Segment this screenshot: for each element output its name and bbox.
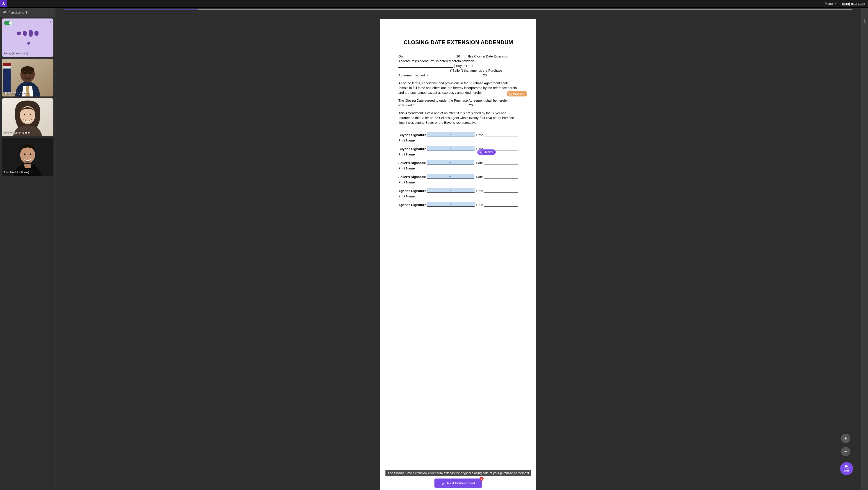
document-body: On ____________________________, 20____ … [398, 54, 518, 125]
phone-link[interactable]: (844) 913-1386 [842, 2, 865, 6]
svg-point-16 [24, 114, 26, 115]
svg-rect-7 [3, 63, 11, 66]
svg-point-22 [509, 93, 510, 94]
print-label: Print Name [398, 181, 415, 184]
participant-signer-2[interactable]: John Hetrick (Signer) [2, 138, 53, 176]
progress-track [64, 9, 852, 10]
svg-point-20 [24, 153, 26, 155]
signature-field[interactable] [427, 146, 474, 151]
svg-point-0 [4, 11, 5, 12]
user-cursor-icon [478, 150, 482, 154]
svg-point-17 [30, 114, 31, 115]
signature-row-seller-1: Seller's Signature Date [398, 160, 518, 165]
chat-label: Chat [844, 470, 849, 472]
sig-label: Seller's Signature [398, 175, 426, 179]
participants-list: Penny (AI Assistant) [0, 17, 55, 490]
date-field[interactable] [484, 136, 518, 137]
progress-bar[interactable] [56, 8, 861, 10]
signature-row-agent-1: Agent's Signature Date [398, 188, 518, 193]
app-logo[interactable] [0, 0, 7, 7]
svg-point-23 [480, 151, 480, 152]
sig-label: Seller's Signature [398, 161, 426, 165]
doc-paragraph: All of the terms, conditions, and provis… [398, 81, 518, 95]
svg-rect-8 [3, 66, 11, 68]
doc-paragraph: The Closing Date agreed to under the Pur… [398, 98, 518, 108]
print-name-row: Print Name [398, 166, 518, 170]
svg-point-4 [50, 24, 51, 24]
date-label: Date [476, 203, 483, 207]
participants-count: Participants (3) [8, 11, 28, 14]
participant-name: Frank Valari (Notary) [4, 92, 28, 95]
toggle-knob [9, 21, 12, 25]
signature-field[interactable] [427, 132, 474, 137]
participant-signer-1[interactable]: Rachel Hetrick (Signer) [2, 98, 53, 136]
zoom-in-button[interactable]: + [841, 434, 850, 443]
print-name-row: Print Name [398, 194, 518, 198]
sig-label: Agent's Signature [398, 189, 426, 193]
svg-point-1 [5, 11, 6, 12]
cursor-rachel: Rachel H. [507, 91, 527, 96]
participant-notary[interactable]: Frank Valari (Notary) [2, 59, 53, 96]
participant-name: Penny (AI Assistant) [4, 52, 28, 55]
progress-fill [64, 9, 198, 10]
chat-button[interactable]: Chat [840, 462, 853, 475]
doc-paragraph: On ____________________________, 20____ … [398, 54, 518, 78]
zoom-out-button[interactable]: − [841, 447, 850, 456]
date-field[interactable] [484, 192, 518, 193]
participants-icon [3, 10, 7, 15]
signature-field[interactable] [427, 202, 474, 207]
participant-name: Rachel Hetrick (Signer) [4, 131, 32, 134]
date-field[interactable] [484, 164, 518, 165]
live-caption: The Closing Date Extension Addendum exte… [385, 470, 531, 476]
zoom-controls: + − [841, 434, 850, 456]
menu-label: Menu [825, 2, 833, 5]
document-viewport[interactable]: CLOSING DATE EXTENSION ADDENDUM On _____… [56, 10, 861, 490]
cursor-frank: Frank V. [477, 149, 496, 155]
svg-point-2 [50, 22, 51, 22]
kebab-menu-icon[interactable] [49, 20, 52, 26]
print-name-row: Print Name [398, 181, 518, 184]
svg-point-21 [30, 153, 31, 155]
next-endorsement-button[interactable]: Next Endorsement [434, 479, 482, 488]
user-cursor-icon [508, 92, 512, 96]
date-label: Date [476, 133, 483, 137]
signature-field[interactable] [427, 188, 474, 193]
menu-button[interactable]: Menu [825, 2, 837, 5]
participants-sidebar: Participants (3) [0, 8, 56, 490]
cursor-label: Frank V. [484, 151, 494, 154]
ai-visual-icon [17, 30, 38, 37]
sig-label: Agent's Signature [398, 203, 426, 207]
right-rail [861, 8, 868, 490]
participants-header[interactable]: Participants (3) [0, 8, 55, 17]
top-bar: Menu (844) 913-1386 [0, 0, 868, 7]
doc-paragraph: This Amendment is void and of no effect … [398, 111, 518, 125]
participant-ai[interactable]: Penny (AI Assistant) [2, 19, 53, 57]
ai-toggle[interactable] [4, 21, 13, 25]
date-label: Date [476, 175, 483, 179]
print-name-field[interactable] [416, 142, 463, 142]
svg-point-3 [50, 23, 51, 23]
document-page: CLOSING DATE EXTENSION ADDENDUM On _____… [380, 19, 536, 490]
collapse-rail-icon[interactable] [864, 11, 866, 15]
document-title: CLOSING DATE EXTENSION ADDENDUM [398, 39, 518, 45]
cursor-label: Rachel H. [513, 92, 525, 95]
signature-row-agent-2: Agent's Signature Date [398, 202, 518, 207]
print-name-field[interactable] [416, 198, 463, 198]
pen-icon [442, 482, 445, 485]
signature-row-seller-2: Seller's Signature Date [398, 174, 518, 179]
chevron-down-icon [834, 2, 837, 5]
chat-icon [844, 465, 849, 469]
content-area: CLOSING DATE EXTENSION ADDENDUM On _____… [56, 8, 861, 490]
signature-row-buyer-1: Buyer's Signature Date [398, 132, 518, 137]
chevron-down-icon [49, 10, 53, 14]
print-name-row: Print Name [398, 139, 518, 142]
signature-field[interactable] [427, 174, 474, 179]
print-name-field[interactable] [416, 170, 463, 170]
next-label: Next Endorsement [447, 481, 475, 485]
date-label: Date [476, 189, 483, 193]
signature-field[interactable] [427, 160, 474, 165]
print-label: Print Name [398, 166, 415, 170]
bottom-action: Next Endorsement 5 [434, 479, 482, 488]
document-icon[interactable] [863, 20, 867, 24]
print-label: Print Name [398, 194, 415, 198]
